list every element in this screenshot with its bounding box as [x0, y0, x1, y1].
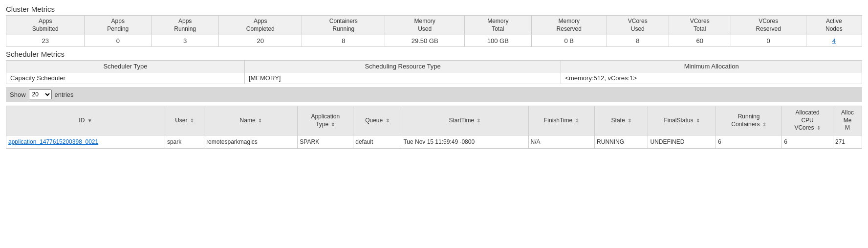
app-start-time-cell: Tue Nov 15 11:59:49 -0800 — [401, 135, 528, 148]
apps-col-final-status[interactable]: FinalStatus ⇕ — [648, 106, 716, 135]
col-apps-pending: AppsPending — [85, 16, 152, 35]
col-memory-reserved: MemoryReserved — [531, 16, 607, 35]
app-type-cell: SPARK — [298, 135, 353, 148]
scheduler-metrics-table: Scheduler Type Scheduling Resource Type … — [6, 60, 862, 84]
cluster-metrics-title: Cluster Metrics — [6, 5, 862, 13]
col-apps-completed: AppsCompleted — [219, 16, 302, 35]
start-time-sort-icon: ⇕ — [477, 117, 480, 124]
col-memory-used: MemoryUsed — [385, 16, 465, 35]
apps-table: ID ▼ User ⇕ Name ⇕ ApplicationType ⇕ Que… — [6, 106, 862, 149]
table-row: application_1477615200398_0021 spark rem… — [6, 135, 862, 148]
apps-col-finish-time-label: FinishTime — [544, 117, 572, 124]
app-state-cell: RUNNING — [595, 135, 648, 148]
scheduler-metrics-title: Scheduler Metrics — [6, 50, 862, 58]
cluster-metrics-table: AppsSubmitted AppsPending AppsRunning Ap… — [6, 15, 862, 47]
val-scheduler-type: Capacity Scheduler — [6, 72, 245, 84]
app-alloc-cpu-cell: 6 — [782, 135, 833, 148]
col-minimum-allocation: Minimum Allocation — [561, 61, 862, 72]
apps-col-start-time[interactable]: StartTime ⇕ — [401, 106, 528, 135]
app-finish-time-cell: N/A — [528, 135, 595, 148]
app-user-cell: spark — [165, 135, 204, 148]
col-containers-running: ContainersRunning — [302, 16, 385, 35]
name-sort-icon: ⇕ — [258, 117, 262, 124]
col-vcores-total: VCoresTotal — [669, 16, 731, 35]
queue-sort-icon: ⇕ — [386, 117, 390, 124]
apps-col-id-label: ID — [79, 117, 85, 124]
app-id-link[interactable]: application_1477615200398_0021 — [8, 138, 98, 145]
app-id-cell[interactable]: application_1477615200398_0021 — [6, 135, 165, 148]
val-apps-pending: 0 — [85, 35, 152, 47]
apps-col-name-label: Name — [240, 117, 256, 124]
val-apps-completed: 20 — [219, 35, 302, 47]
val-minimum-allocation: <memory:512, vCores:1> — [561, 72, 862, 84]
show-entries-bar: Show 10 20 50 100 entries — [6, 87, 862, 102]
val-memory-reserved: 0 B — [531, 35, 607, 47]
apps-col-alloc-cpu-label: AllocatedCPUVCores — [794, 109, 819, 131]
app-running-containers-cell: 6 — [716, 135, 781, 148]
apps-col-start-time-label: StartTime — [449, 117, 475, 124]
col-scheduling-resource-type: Scheduling Resource Type — [244, 61, 561, 72]
apps-col-queue[interactable]: Queue ⇕ — [353, 106, 401, 135]
app-alloc-mem-cell: 271 — [833, 135, 862, 148]
apps-col-app-type[interactable]: ApplicationType ⇕ — [298, 106, 353, 135]
val-vcores-total: 60 — [669, 35, 731, 47]
col-memory-total: MemoryTotal — [465, 16, 532, 35]
apps-col-state-label: State — [611, 117, 625, 124]
apps-col-state[interactable]: State ⇕ — [595, 106, 648, 135]
apps-col-name[interactable]: Name ⇕ — [204, 106, 298, 135]
scheduler-metrics-row: Capacity Scheduler [MEMORY] <memory:512,… — [6, 72, 862, 84]
app-type-sort-icon: ⇕ — [331, 121, 335, 128]
apps-col-user[interactable]: User ⇕ — [165, 106, 204, 135]
show-label: Show — [10, 91, 26, 98]
val-active-nodes[interactable]: 4 — [806, 35, 862, 47]
col-scheduler-type: Scheduler Type — [6, 61, 245, 72]
val-scheduling-resource-type: [MEMORY] — [244, 72, 561, 84]
val-vcores-reserved: 0 — [731, 35, 806, 47]
val-apps-running: 3 — [152, 35, 219, 47]
id-sort-icon: ▼ — [87, 117, 92, 124]
apps-col-running-containers[interactable]: RunningContainers ⇕ — [716, 106, 781, 135]
alloc-cpu-sort-icon: ⇕ — [817, 125, 821, 131]
user-sort-icon: ⇕ — [190, 117, 194, 124]
val-vcores-used: 8 — [607, 35, 669, 47]
col-active-nodes: ActiveNodes — [806, 16, 862, 35]
val-containers-running: 8 — [302, 35, 385, 47]
app-name-cell: remotesparkmagics — [204, 135, 298, 148]
app-final-status-cell: UNDEFINED — [648, 135, 716, 148]
apps-col-alloc-cpu[interactable]: AllocatedCPUVCores ⇕ — [782, 106, 833, 135]
val-apps-submitted: 23 — [6, 35, 85, 47]
val-memory-used: 29.50 GB — [385, 35, 465, 47]
col-vcores-reserved: VCoresReserved — [731, 16, 806, 35]
page-container: Cluster Metrics AppsSubmitted AppsPendin… — [0, 0, 868, 154]
apps-col-running-containers-label: RunningContainers — [731, 113, 760, 128]
apps-col-app-type-label: ApplicationType — [311, 113, 340, 128]
entries-suffix: entries — [55, 91, 74, 98]
finish-time-sort-icon: ⇕ — [575, 117, 579, 124]
apps-col-alloc-mem-label: AllocMeM — [841, 109, 854, 131]
apps-col-alloc-mem: AllocMeM — [833, 106, 862, 135]
val-memory-total: 100 GB — [465, 35, 532, 47]
cluster-metrics-row: 23 0 3 20 8 29.50 GB 100 GB 0 B 8 60 0 4 — [6, 35, 862, 47]
apps-col-finish-time[interactable]: FinishTime ⇕ — [528, 106, 595, 135]
apps-col-queue-label: Queue — [365, 117, 383, 124]
col-apps-submitted: AppsSubmitted — [6, 16, 85, 35]
entries-select[interactable]: 10 20 50 100 — [29, 90, 52, 99]
apps-col-final-status-label: FinalStatus — [664, 117, 693, 124]
state-sort-icon: ⇕ — [628, 117, 631, 124]
col-apps-running: AppsRunning — [152, 16, 219, 35]
apps-col-user-label: User — [175, 117, 187, 124]
final-status-sort-icon: ⇕ — [696, 117, 700, 124]
col-vcores-used: VCoresUsed — [607, 16, 669, 35]
apps-col-id[interactable]: ID ▼ — [6, 106, 165, 135]
running-containers-sort-icon: ⇕ — [762, 121, 766, 128]
app-queue-cell: default — [353, 135, 401, 148]
